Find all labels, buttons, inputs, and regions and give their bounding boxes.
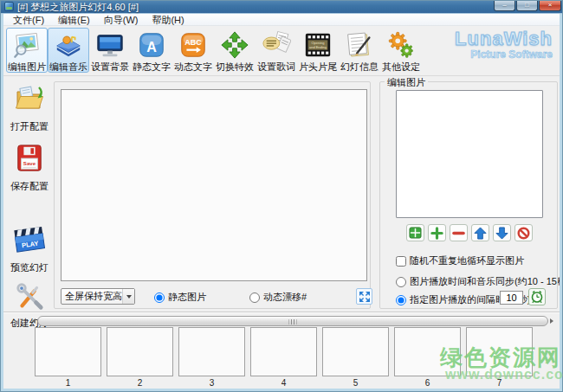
toolbar-slideshow-info[interactable]: 幻灯信息 xyxy=(339,28,380,73)
static-picture-radio[interactable]: 静态图片 xyxy=(154,291,206,304)
menu-file[interactable]: 文件(F) xyxy=(6,14,51,26)
toolbar-button-label: 片头片尾 xyxy=(299,61,337,72)
scroll-right-icon[interactable] xyxy=(548,316,556,325)
save-config-icon: Save xyxy=(15,143,44,177)
toolbar-switch-effects[interactable]: 切换特效 xyxy=(214,28,256,73)
minimize-icon: – xyxy=(502,1,506,9)
random-loop-checkbox-input[interactable] xyxy=(396,256,406,267)
add-picture-button[interactable] xyxy=(428,224,446,241)
logo-subtitle: Picture Software xyxy=(455,48,553,61)
maximize-icon: □ xyxy=(525,1,529,9)
menu-wizard[interactable]: 向导(W) xyxy=(97,14,146,26)
dynamic-drift-label: 动态漂移# xyxy=(263,291,307,304)
filmstrip-number: 6 xyxy=(394,378,461,388)
scrollbar-thumb[interactable] xyxy=(37,316,548,326)
toolbar-button-label: 设置背景 xyxy=(91,61,129,72)
filmstrip-slot-5[interactable] xyxy=(322,327,389,376)
minimize-button[interactable]: – xyxy=(494,0,515,11)
clear-list-button[interactable] xyxy=(514,224,533,241)
toolbar-dynamic-text[interactable]: ABC 动态文字 xyxy=(172,28,214,73)
toolbar-button-label: 设置歌词 xyxy=(257,61,295,72)
menu-help[interactable]: 帮助(H) xyxy=(145,14,191,26)
title-bar[interactable]: [#] 梦想之旅图片幻灯4.60 [#] xyxy=(0,0,563,14)
chevron-down-icon xyxy=(122,289,134,304)
filmstrip-number: 3 xyxy=(178,378,245,388)
bottom-divider xyxy=(3,312,560,313)
save-icon-text: Save xyxy=(23,160,36,166)
toolbar-edit-picture[interactable]: 编辑图片 xyxy=(6,28,48,73)
other-settings-icon xyxy=(385,29,417,61)
arrow-up-icon xyxy=(474,227,487,240)
window-title: [#] 梦想之旅图片幻灯4.60 [#] xyxy=(17,1,139,14)
sidebar-save-config[interactable]: Save 保存配置 xyxy=(10,143,49,193)
random-loop-checkbox[interactable]: 随机不重复地循环显示图片 xyxy=(396,254,524,267)
interval-seconds-input[interactable] xyxy=(500,291,523,305)
opening-ending-icon: Opening and Ending xyxy=(302,29,333,61)
filmstrip-slot-7[interactable] xyxy=(466,327,533,376)
block-icon xyxy=(517,227,530,240)
move-down-button[interactable] xyxy=(493,224,511,241)
filmstrip-slot-6[interactable] xyxy=(394,327,461,376)
sidebar-preview-slideshow[interactable]: PLAY 预览幻灯 xyxy=(10,224,49,274)
sidebar-item-label: 打开配置 xyxy=(10,120,49,133)
remove-picture-button[interactable] xyxy=(450,224,468,241)
logo-title: LunaWish xyxy=(455,29,553,48)
switch-effects-icon xyxy=(219,29,250,61)
slideshow-info-icon xyxy=(344,29,375,61)
filmstrip-number: 7 xyxy=(466,378,533,388)
toolbar-edit-music[interactable]: 编辑音乐 xyxy=(48,28,89,73)
filmstrip-slot-3[interactable] xyxy=(178,327,245,376)
toolbar-other-settings[interactable]: 其他设定 xyxy=(380,28,422,73)
static-text-icon: A xyxy=(136,29,167,61)
add-multiple-button[interactable] xyxy=(406,224,424,241)
menu-edit[interactable]: 编辑(E) xyxy=(51,14,97,26)
scrollbar-track[interactable] xyxy=(37,316,548,326)
toolbar-set-background[interactable]: 设置背景 xyxy=(89,28,131,73)
app-logo: LunaWish Picture Software xyxy=(455,29,553,61)
fullscreen-button[interactable] xyxy=(356,288,372,305)
set-lyrics-icon xyxy=(261,29,292,61)
static-picture-radio-input[interactable] xyxy=(154,292,165,303)
toolbar-button-label: 编辑音乐 xyxy=(49,61,87,72)
fullscreen-expand-icon xyxy=(359,291,371,303)
dynamic-text-icon: ABC xyxy=(178,29,209,61)
scrollbar-grip xyxy=(289,319,297,325)
open-config-icon xyxy=(14,83,45,118)
sidebar-item-label: 保存配置 xyxy=(10,180,49,193)
toolbar-set-lyrics[interactable]: 设置歌词 xyxy=(256,28,297,73)
maximize-button[interactable]: □ xyxy=(516,0,538,11)
toolbar-button-label: 动态文字 xyxy=(174,61,212,72)
toolbar-static-text[interactable]: A 静态文字 xyxy=(131,28,172,73)
dynamic-drift-radio-input[interactable] xyxy=(249,292,260,303)
filmstrip-number: 2 xyxy=(107,378,173,388)
toolbar-opening-ending[interactable]: Opening and Ending 片头片尾 xyxy=(297,28,339,73)
dynamic-drift-radio[interactable]: 动态漂移# xyxy=(249,291,307,304)
timer-button[interactable] xyxy=(528,288,546,305)
picture-listbox[interactable] xyxy=(396,90,543,218)
create-slideshow-icon xyxy=(15,281,44,314)
move-up-button[interactable] xyxy=(471,224,489,241)
edit-picture-icon xyxy=(11,29,42,61)
sidebar-open-config[interactable]: 打开配置 xyxy=(10,83,49,133)
scale-mode-dropdown[interactable]: 全屏保持宽高比例 xyxy=(61,288,135,305)
plus-icon xyxy=(430,227,443,240)
filmstrip-scrollbar[interactable] xyxy=(29,315,556,326)
sidebar-item-label: 预览幻灯 xyxy=(10,261,49,274)
picture-list-toolbar xyxy=(396,224,543,241)
svg-text:A: A xyxy=(146,39,157,55)
toolbar-button-label: 切换特效 xyxy=(216,61,254,72)
picture-list-title: 编辑图片 xyxy=(385,76,428,89)
filmstrip-number: 5 xyxy=(322,378,389,388)
scroll-left-icon[interactable] xyxy=(29,316,37,325)
filmstrip-slot-2[interactable] xyxy=(107,327,173,376)
filmstrip-slot-4[interactable] xyxy=(250,327,317,376)
toolbar-button-label: 其他设定 xyxy=(382,61,420,72)
preview-canvas[interactable] xyxy=(61,89,367,281)
close-button[interactable]: × xyxy=(539,0,561,11)
toolbar-button-label: 静态文字 xyxy=(133,61,171,72)
arrow-down-icon xyxy=(495,227,508,240)
minus-icon xyxy=(452,227,465,240)
svg-text:ABC: ABC xyxy=(184,38,202,47)
random-loop-label: 随机不重复地循环显示图片 xyxy=(410,254,524,267)
app-icon xyxy=(4,2,14,11)
